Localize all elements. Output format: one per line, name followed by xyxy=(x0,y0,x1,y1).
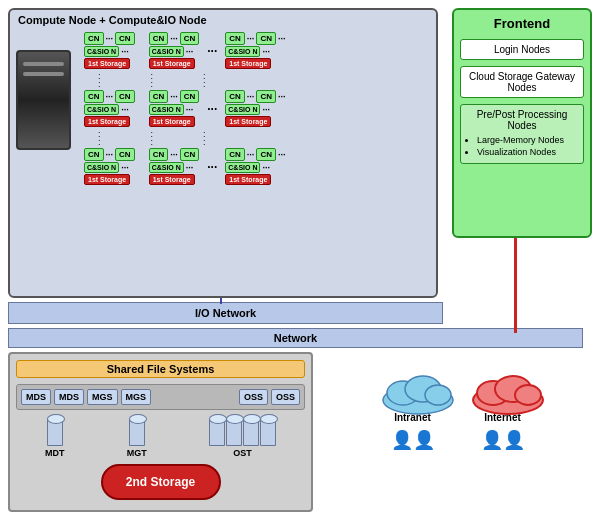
compute-section-title: Compute Node + Compute&IO Node xyxy=(18,14,207,26)
svg-point-3 xyxy=(425,385,451,405)
io-network-label: I/O Network xyxy=(195,307,256,319)
node-col-2: CN ··· CN C&SIO N ··· 1st Storage xyxy=(148,32,201,70)
internet-cloud-shape xyxy=(468,365,538,410)
io-network-bar: I/O Network xyxy=(8,302,443,324)
storage-node: 1st Storage xyxy=(225,174,271,185)
col-group-8: CN ··· CN C&SIO N ··· 1st Storage xyxy=(146,148,203,186)
compute-grid: CN ··· CN C&SIO N ··· 1st Storage xyxy=(78,32,433,292)
vert-dots-row-1: :: :: :: xyxy=(78,72,433,88)
cn-node: CN xyxy=(256,90,276,103)
node-col-1: CN ··· CN C&SIO N ··· 1st Storage xyxy=(83,32,136,70)
connector-line-1 xyxy=(220,298,222,304)
ost-group: OST xyxy=(209,418,276,458)
node-col-5: CN ··· CN C&SIO N ··· 1st Storage xyxy=(148,90,201,128)
cn-node: CN xyxy=(180,148,200,161)
col-group-3: CN ··· CN ··· C&SIO N ··· 1st Storage xyxy=(222,32,288,70)
cn-node: CN xyxy=(180,32,200,45)
shared-fs-title: Shared File Systems xyxy=(16,360,305,378)
storage-node: 1st Storage xyxy=(84,116,130,127)
intranet-cloud-svg xyxy=(378,365,458,415)
casion-node: C&SIO N xyxy=(84,162,119,173)
ost-cylinder-4 xyxy=(260,418,276,446)
network-bar: Network xyxy=(8,328,583,348)
col-group-4: CN ··· CN C&SIO N ··· 1st Storage xyxy=(81,90,138,128)
storage-node: 1st Storage xyxy=(149,174,195,185)
cloud-storage-box: Cloud Storage Gateway Nodes xyxy=(460,66,584,98)
node-col-4: CN ··· CN C&SIO N ··· 1st Storage xyxy=(83,90,136,128)
mdt-cylinder xyxy=(47,418,63,446)
vert-dots-row-2: :: :: :: xyxy=(78,130,433,146)
svg-point-7 xyxy=(515,385,541,405)
col-group-2: CN ··· CN C&SIO N ··· 1st Storage xyxy=(146,32,203,70)
cn-node: CN xyxy=(84,148,104,161)
mgs2-box: MGS xyxy=(121,389,152,405)
cn-node: CN xyxy=(84,90,104,103)
intranet-cloud: Intranet 👤👤 xyxy=(378,365,448,451)
casion-node: C&SIO N xyxy=(225,162,260,173)
mds2-box: MDS xyxy=(54,389,84,405)
clouds-row: Intranet 👤👤 Internet 👤👤 xyxy=(378,365,538,451)
internet-cloud-svg xyxy=(468,365,548,415)
group-dots: ··· xyxy=(207,32,217,70)
oss2-box: OSS xyxy=(271,389,300,405)
col-group-9: CN ··· CN ··· C&SIO N ··· 1st Storage xyxy=(222,148,288,186)
ost-cylinder-2 xyxy=(226,418,242,446)
storage-node: 1st Storage xyxy=(149,58,195,69)
cn-node: CN xyxy=(115,148,135,161)
ost-cylinder-1 xyxy=(209,418,225,446)
network-label: Network xyxy=(274,332,317,344)
cn-node: CN xyxy=(84,32,104,45)
node-col-7: CN ··· CN C&SIO N ··· 1st Storage xyxy=(83,148,136,186)
ost-cylinders xyxy=(209,418,276,446)
prepost-label: Pre/Post Processing Nodes xyxy=(467,109,577,131)
ost-cylinder-3 xyxy=(243,418,259,446)
storage-node: 1st Storage xyxy=(84,58,130,69)
visualization-item: Visualization Nodes xyxy=(477,147,577,157)
cn-node: CN xyxy=(256,148,276,161)
mgt-group: MGT xyxy=(127,418,147,458)
mdt-label: MDT xyxy=(45,448,65,458)
fs-nodes-area: MDS MDS MGS MGS OSS OSS xyxy=(16,384,305,410)
fs-bottom-row: MDT MGT OST xyxy=(16,416,305,458)
cn-node: CN xyxy=(225,148,245,161)
casion-node: C&SIO N xyxy=(149,104,184,115)
storage-node: 1st Storage xyxy=(84,174,130,185)
mgt-label: MGT xyxy=(127,448,147,458)
cn-node: CN xyxy=(180,90,200,103)
internet-cloud: Internet 👤👤 xyxy=(468,365,538,451)
storage-node: 1st Storage xyxy=(225,116,271,127)
casion-node: C&SIO N xyxy=(225,46,260,57)
node-col-9: CN ··· CN ··· C&SIO N ··· 1st Storage xyxy=(224,148,286,186)
prepost-box: Pre/Post Processing Nodes Large-Memory N… xyxy=(460,104,584,164)
prepost-list: Large-Memory Nodes Visualization Nodes xyxy=(477,135,577,157)
row-group-1: CN ··· CN C&SIO N ··· 1st Storage xyxy=(78,32,433,70)
intranet-cloud-shape xyxy=(378,365,448,410)
node-col-6: CN ··· CN ··· C&SIO N ··· 1st Storage xyxy=(224,90,286,128)
casion-node: C&SIO N xyxy=(225,104,260,115)
mgs1-box: MGS xyxy=(87,389,118,405)
col-group-7: CN ··· CN C&SIO N ··· 1st Storage xyxy=(81,148,138,186)
second-storage: 2nd Storage xyxy=(101,464,221,500)
intranet-people: 👤👤 xyxy=(391,429,435,451)
group-dots-2: ··· xyxy=(207,90,217,128)
node-col-8: CN ··· CN C&SIO N ··· 1st Storage xyxy=(148,148,201,186)
login-nodes-box: Login Nodes xyxy=(460,39,584,60)
compute-section: Compute Node + Compute&IO Node CN ··· CN xyxy=(8,8,438,298)
cn-node: CN xyxy=(115,90,135,103)
connector-line-internet xyxy=(514,238,517,333)
cloud-section: Intranet 👤👤 Internet 👤👤 xyxy=(320,355,595,515)
oss1-box: OSS xyxy=(239,389,268,405)
node-col-3: CN ··· CN ··· C&SIO N ··· 1st Storage xyxy=(224,32,286,70)
cn-node: CN xyxy=(115,32,135,45)
casion-node: C&SIO N xyxy=(84,46,119,57)
cn-node: CN xyxy=(149,90,169,103)
cn-node: CN xyxy=(256,32,276,45)
col-group-5: CN ··· CN C&SIO N ··· 1st Storage xyxy=(146,90,203,128)
cloud-storage-label: Cloud Storage Gateway Nodes xyxy=(469,71,575,93)
storage-node: 1st Storage xyxy=(225,58,271,69)
main-diagram: Compute Node + Compute&IO Node CN ··· CN xyxy=(0,0,600,521)
server-image xyxy=(16,50,71,150)
mdt-group: MDT xyxy=(45,418,65,458)
col-group-6: CN ··· CN ··· C&SIO N ··· 1st Storage xyxy=(222,90,288,128)
cn-node: CN xyxy=(225,90,245,103)
